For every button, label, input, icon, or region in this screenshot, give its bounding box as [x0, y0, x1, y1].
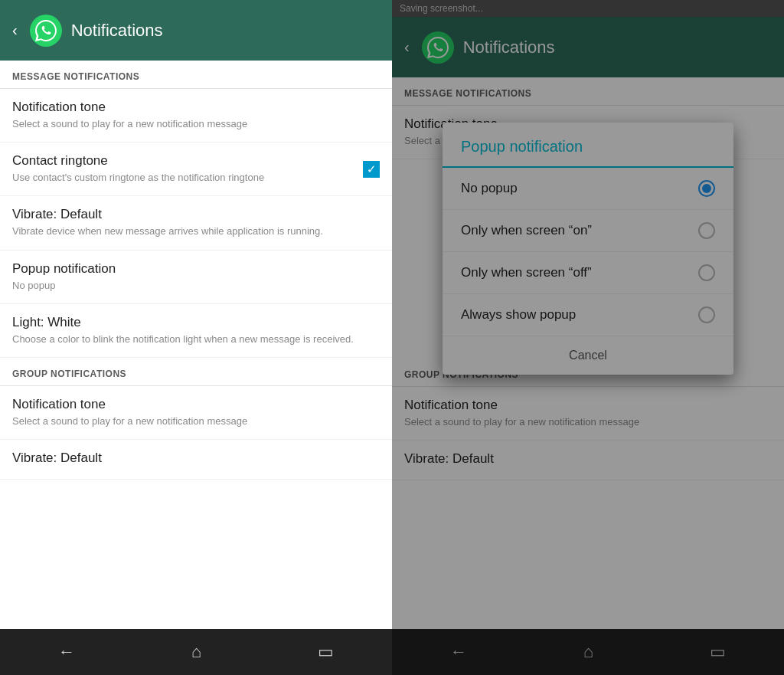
left-panel: ‹ Notifications MESSAGE NOTIFICATIONS No…: [0, 0, 392, 675]
svg-point-0: [30, 15, 62, 47]
whatsapp-logo: [30, 15, 62, 47]
left-bottom-nav: ← ⌂ ▭: [0, 629, 392, 675]
right-wrapper: Saving screenshot... ‹ Notifications MES…: [392, 0, 784, 675]
left-vibrate-title: Vibrate: Default: [12, 207, 380, 222]
left-item-group-notification-tone[interactable]: Notification tone Select a sound to play…: [0, 386, 392, 440]
left-light-subtitle: Choose a color to blink the notification…: [12, 333, 380, 346]
left-group-vibrate-title: Vibrate: Default: [12, 451, 380, 466]
left-header-title: Notifications: [71, 21, 163, 41]
left-settings-content: MESSAGE NOTIFICATIONS Notification tone …: [0, 61, 392, 629]
left-recents-nav-button[interactable]: ▭: [318, 642, 334, 662]
overlay-dim: [392, 0, 784, 675]
left-notification-tone-title: Notification tone: [12, 100, 380, 115]
left-notification-tone-subtitle: Select a sound to play for a new notific…: [12, 117, 380, 131]
left-header: ‹ Notifications: [0, 0, 392, 61]
left-item-light[interactable]: Light: White Choose a color to blink the…: [0, 304, 392, 358]
left-item-contact-ringtone[interactable]: Contact ringtone Use contact's custom ri…: [0, 143, 392, 196]
left-back-nav-button[interactable]: ←: [58, 642, 75, 662]
left-popup-title: Popup notification: [12, 261, 380, 277]
left-group-notification-tone-subtitle: Select a sound to play for a new notific…: [12, 415, 380, 428]
left-contact-ringtone-title: Contact ringtone: [12, 153, 363, 169]
left-item-popup[interactable]: Popup notification No popup: [0, 251, 392, 304]
left-vibrate-subtitle: Vibrate device when new message arrives …: [12, 224, 380, 238]
left-item-group-vibrate[interactable]: Vibrate: Default: [0, 440, 392, 480]
left-back-button[interactable]: ‹: [12, 21, 18, 39]
left-contact-ringtone-checkbox[interactable]: ✓: [363, 161, 380, 178]
left-section-group-header: GROUP NOTIFICATIONS: [0, 358, 392, 385]
left-light-title: Light: White: [12, 315, 380, 330]
left-contact-ringtone-subtitle: Use contact's custom ringtone as the not…: [12, 171, 363, 185]
left-group-notification-tone-title: Notification tone: [12, 397, 380, 412]
left-section-message-header: MESSAGE NOTIFICATIONS: [0, 61, 392, 88]
left-popup-subtitle: No popup: [12, 279, 380, 293]
left-item-vibrate[interactable]: Vibrate: Default Vibrate device when new…: [0, 196, 392, 250]
left-item-notification-tone[interactable]: Notification tone Select a sound to play…: [0, 89, 392, 143]
left-home-nav-button[interactable]: ⌂: [191, 642, 201, 662]
